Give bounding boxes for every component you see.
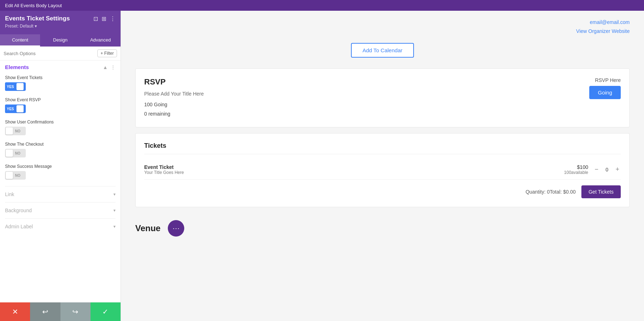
elements-section-title: Elements <box>5 64 29 70</box>
organizer-links: email@email.com View Organizer Website <box>135 18 630 36</box>
sidebar-preset[interactable]: Preset: Default ▾ <box>5 24 116 29</box>
ticket-available: 100available <box>564 170 588 175</box>
floating-dots-button[interactable]: ⋯ <box>168 220 184 237</box>
venue-title: Venue <box>135 223 161 233</box>
redo-button[interactable]: ↪ <box>60 302 91 321</box>
top-bar: Edit All Events Body Layout <box>0 0 644 11</box>
view-organizer-website-link[interactable]: View Organizer Website <box>135 27 630 36</box>
toggle-show-user-confirmations[interactable]: NO <box>5 127 26 135</box>
search-input[interactable] <box>4 51 95 56</box>
rsvp-here-label: RSVP Here <box>589 77 621 83</box>
rsvp-title: RSVP <box>144 77 204 87</box>
ticket-right: $100 100available − 0 + <box>564 164 621 175</box>
section-more-icon[interactable]: ⋮ <box>111 64 116 70</box>
toggle-show-event-tickets[interactable]: YES <box>5 82 26 91</box>
option-show-user-confirmations: Show User Confirmations NO <box>5 120 116 135</box>
columns-icon[interactable]: ⊞ <box>102 15 106 22</box>
collapsible-link-header[interactable]: Link ▾ <box>5 191 116 197</box>
sidebar-bottom-bar: ✕ ↩ ↪ ✓ <box>0 302 121 321</box>
rsvp-going-count: 100 Going <box>144 100 204 109</box>
save-check-button[interactable]: ✓ <box>91 302 121 321</box>
going-button[interactable]: Going <box>589 86 621 99</box>
expand-icon[interactable]: ⊡ <box>93 15 98 22</box>
ticket-quantity: 0 <box>603 167 610 172</box>
organizer-email-link[interactable]: email@email.com <box>135 18 630 27</box>
tab-design[interactable]: Design <box>40 34 80 47</box>
sidebar-tabs: Content Design Advanced <box>0 34 121 47</box>
toggle-show-checkout[interactable]: NO <box>5 149 26 157</box>
option-label-show-event-rsvp: Show Event RSVP <box>5 97 116 102</box>
filter-button[interactable]: + Filter <box>97 49 117 57</box>
rsvp-right: RSVP Here Going <box>589 77 621 99</box>
toggle-show-success-message[interactable]: NO <box>5 171 26 180</box>
rsvp-remaining: 0 remaining <box>144 110 204 118</box>
chevron-down-icon-background: ▾ <box>113 208 116 213</box>
collapsible-background: Background ▾ <box>5 202 116 218</box>
collapsible-admin-label-header[interactable]: Admin Label ▾ <box>5 224 116 229</box>
ticket-row: Event Ticket Your Title Goes Here $100 1… <box>144 160 621 180</box>
collapsible-admin-label: Admin Label ▾ <box>5 218 116 234</box>
more-options-icon[interactable]: ⋮ <box>110 15 116 22</box>
undo-button[interactable]: ↩ <box>30 302 60 321</box>
rsvp-subtitle: Please Add Your Title Here <box>144 91 204 97</box>
venue-section: Venue ⋯ <box>135 213 630 244</box>
tickets-card: Tickets Event Ticket Your Title Goes Her… <box>135 133 630 207</box>
elements-section-header: Elements ▲ ⋮ <box>5 64 116 70</box>
option-show-event-rsvp: Show Event RSVP YES <box>5 97 116 113</box>
tab-advanced[interactable]: Advanced <box>80 34 121 47</box>
sidebar-title: Events Ticket Settings <box>5 15 70 22</box>
option-label-show-success-message: Show Success Message <box>5 164 116 169</box>
option-label-show-event-tickets: Show Event Tickets <box>5 75 116 80</box>
decrease-qty-button[interactable]: − <box>593 166 600 173</box>
chevron-down-icon: ▾ <box>113 192 116 197</box>
get-tickets-button[interactable]: Get Tickets <box>581 185 621 198</box>
sidebar-search-bar: + Filter <box>0 47 121 60</box>
sidebar-header: Events Ticket Settings ⊡ ⊞ ⋮ Preset: Def… <box>0 11 121 34</box>
rsvp-stats: 100 Going 0 remaining <box>144 100 204 118</box>
tickets-footer: Quantity: 0Total: $0.00 Get Tickets <box>144 185 621 198</box>
toggle-show-event-rsvp[interactable]: YES <box>5 104 26 113</box>
collapsible-background-header[interactable]: Background ▾ <box>5 208 116 213</box>
tab-content[interactable]: Content <box>0 34 40 47</box>
option-show-event-tickets: Show Event Tickets YES <box>5 75 116 91</box>
chevron-down-icon-admin: ▾ <box>113 224 116 229</box>
collapsible-link: Link ▾ <box>5 186 116 202</box>
ticket-qty-controls: − 0 + <box>593 166 621 173</box>
top-bar-title: Edit All Events Body Layout <box>5 3 62 8</box>
option-show-checkout: Show The Checkout NO <box>5 142 116 157</box>
ticket-price-info: $100 100available <box>564 164 588 175</box>
rsvp-card: RSVP Please Add Your Title Here 100 Goin… <box>135 68 630 127</box>
option-label-show-user-confirmations: Show User Confirmations <box>5 120 116 125</box>
quantity-total: Quantity: 0Total: $0.00 <box>526 189 576 195</box>
sidebar: Events Ticket Settings ⊡ ⊞ ⋮ Preset: Def… <box>0 11 121 321</box>
ticket-info: Event Ticket Your Title Goes Here <box>144 164 184 175</box>
dots-icon: ⋯ <box>172 224 180 233</box>
ticket-subtitle: Your Title Goes Here <box>144 170 184 175</box>
main-content: email@email.com View Organizer Website A… <box>121 11 644 321</box>
sidebar-header-icons: ⊡ ⊞ ⋮ <box>93 15 116 22</box>
rsvp-left: RSVP Please Add Your Title Here 100 Goin… <box>144 77 204 118</box>
sidebar-body: Elements ▲ ⋮ Show Event Tickets YES Show… <box>0 60 121 302</box>
option-show-success-message: Show Success Message NO <box>5 164 116 180</box>
close-button[interactable]: ✕ <box>0 302 30 321</box>
ticket-name: Event Ticket <box>144 164 184 170</box>
tickets-title: Tickets <box>144 142 621 154</box>
option-label-show-checkout: Show The Checkout <box>5 142 116 147</box>
add-to-calendar-button[interactable]: Add To Calendar <box>351 43 414 58</box>
ticket-price: $100 <box>564 164 588 170</box>
increase-qty-button[interactable]: + <box>614 166 621 173</box>
collapse-icon[interactable]: ▲ <box>103 64 108 70</box>
